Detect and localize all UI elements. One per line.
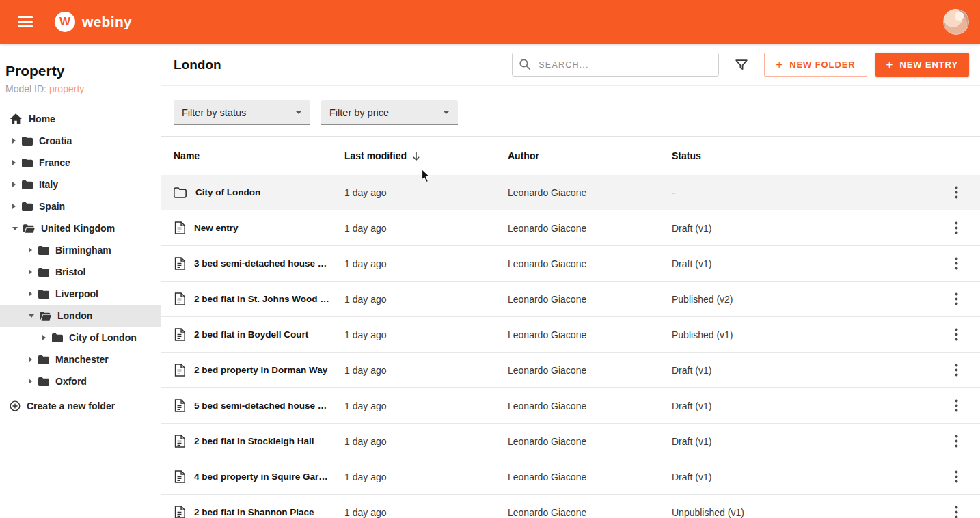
search-icon (519, 58, 531, 73)
row-menu-button[interactable] (948, 502, 965, 518)
plus-circle-icon (10, 400, 21, 411)
search-box[interactable] (512, 53, 719, 77)
sidebar-folder-oxford[interactable]: Oxford (0, 370, 161, 392)
author-cell: Leonardo Giacone (508, 329, 672, 340)
last-modified-cell: 1 day ago (344, 223, 508, 234)
chevron-right-icon[interactable] (29, 357, 32, 362)
folder-icon (52, 333, 63, 342)
author-cell: Leonardo Giacone (508, 258, 672, 269)
status-cell: - (672, 187, 932, 198)
sidebar-folder-bristol[interactable]: Bristol (0, 261, 161, 283)
row-menu-button[interactable] (948, 324, 965, 345)
table-body: City of London1 day agoLeonardo Giacone-… (161, 175, 980, 518)
sidebar-folder-spain[interactable]: Spain (0, 195, 161, 217)
table-row-entry[interactable]: 2 bed flat in Boydell Court1 day agoLeon… (161, 317, 980, 353)
row-menu-button[interactable] (948, 431, 965, 452)
sidebar-folder-city-of-london[interactable]: City of London (0, 327, 161, 349)
chevron-down-icon[interactable] (29, 314, 34, 318)
chevron-right-icon[interactable] (29, 247, 32, 253)
sidebar-folder-liverpool[interactable]: Liverpool (0, 283, 161, 305)
status-cell: Published (v1) (672, 329, 932, 340)
row-menu-button[interactable] (948, 253, 965, 274)
name-cell: 2 bed property in Dorman Way (174, 364, 344, 377)
folder-tree-items: CroatiaFranceItalySpainUnited KingdomBir… (0, 130, 161, 392)
row-menu-button[interactable] (948, 466, 965, 487)
entry-name: 3 bed semi-detached house … (194, 258, 327, 269)
filter-by-status-select[interactable]: Filter by status (174, 100, 310, 125)
table-row-entry[interactable]: 3 bed semi-detached house …1 day agoLeon… (161, 246, 980, 282)
table-row-entry[interactable]: 5 bed semi-detached house …1 day agoLeon… (161, 388, 980, 424)
home-icon (10, 113, 22, 124)
folder-label: London (57, 310, 92, 321)
row-menu-button[interactable] (948, 359, 965, 381)
sidebar-folder-france[interactable]: France (0, 152, 161, 174)
folder-icon (38, 290, 49, 299)
chevron-down-icon[interactable] (12, 227, 18, 230)
sidebar-folder-italy[interactable]: Italy (0, 174, 161, 195)
name-cell: 4 bed property in Squire Gar… (174, 470, 344, 483)
status-cell: Published (v2) (672, 294, 932, 305)
row-menu-button[interactable] (948, 217, 965, 238)
folder-label: Birmingham (55, 245, 111, 256)
entry-name: 2 bed property in Dorman Way (194, 365, 327, 375)
chevron-right-icon[interactable] (12, 204, 16, 209)
folder-label: Bristol (55, 267, 85, 277)
chevron-right-icon[interactable] (29, 269, 32, 275)
folder-label: Liverpool (55, 288, 98, 299)
plus-icon: + (776, 59, 783, 70)
filter-by-price-select[interactable]: Filter by price (321, 100, 458, 125)
sidebar-item-home[interactable]: Home (0, 108, 161, 130)
chevron-right-icon[interactable] (12, 138, 16, 144)
row-menu-button[interactable] (948, 288, 965, 310)
column-last-modified[interactable]: Last modified (344, 150, 508, 161)
column-status[interactable]: Status (672, 150, 932, 161)
name-cell: 2 bed flat in Boydell Court (174, 328, 344, 341)
table-row-entry[interactable]: New entry1 day agoLeonardo GiaconeDraft … (161, 210, 980, 246)
app-shell: Property Model ID:property Home CroatiaF… (0, 44, 980, 518)
actions-cell (932, 217, 980, 238)
chevron-down-icon (295, 111, 302, 114)
last-modified-cell: 1 day ago (344, 294, 508, 305)
table-row-entry[interactable]: 2 bed flat in St. Johns Wood …1 day agoL… (161, 282, 980, 317)
document-icon (174, 435, 185, 448)
folder-icon (22, 202, 33, 211)
column-author[interactable]: Author (508, 150, 672, 161)
create-folder-button[interactable]: Create a new folder (0, 395, 161, 417)
search-input[interactable] (512, 53, 719, 77)
actions-cell (932, 431, 980, 452)
row-menu-button[interactable] (948, 395, 965, 416)
column-name[interactable]: Name (174, 150, 344, 161)
sidebar-folder-croatia[interactable]: Croatia (0, 130, 161, 152)
model-id-value[interactable]: property (49, 83, 84, 94)
user-avatar[interactable] (943, 9, 969, 35)
last-modified-cell: 1 day ago (344, 400, 508, 411)
chevron-right-icon[interactable] (29, 379, 32, 384)
table-row-entry[interactable]: 2 bed flat in Stockleigh Hall1 day agoLe… (161, 424, 980, 459)
folder-label: Oxford (55, 376, 87, 387)
chevron-right-icon[interactable] (12, 182, 16, 187)
sidebar-folder-united-kingdom[interactable]: United Kingdom (0, 217, 161, 239)
menu-icon[interactable] (18, 16, 38, 27)
sidebar-folder-london[interactable]: London (0, 305, 161, 327)
new-entry-button[interactable]: + NEW ENTRY (875, 53, 969, 77)
row-menu-button[interactable] (948, 182, 965, 203)
table-row-entry[interactable]: 2 bed property in Dorman Way1 day agoLeo… (161, 353, 980, 388)
chevron-right-icon[interactable] (29, 291, 32, 297)
sidebar-folder-manchester[interactable]: Manchester (0, 349, 161, 370)
filter-icon-button[interactable] (731, 55, 752, 75)
folder-icon (38, 355, 49, 364)
author-cell: Leonardo Giacone (508, 400, 672, 411)
sidebar-folder-birmingham[interactable]: Birmingham (0, 239, 161, 261)
chevron-right-icon[interactable] (12, 160, 16, 165)
table-row-entry[interactable]: 4 bed property in Squire Gar…1 day agoLe… (161, 459, 980, 495)
folder-icon (22, 180, 33, 189)
table-row-folder[interactable]: City of London1 day agoLeonardo Giacone- (161, 175, 980, 210)
last-modified-cell: 1 day ago (344, 436, 508, 447)
model-id: Model ID:property (5, 83, 155, 94)
new-folder-button[interactable]: + NEW FOLDER (764, 53, 867, 77)
chevron-right-icon[interactable] (42, 335, 46, 340)
webiny-logo[interactable]: W webiny (55, 12, 132, 32)
topbar: W webiny (0, 0, 980, 44)
model-title: Property (5, 63, 155, 79)
table-row-entry[interactable]: 2 bed flat in Shannon Place1 day agoLeon… (161, 495, 980, 518)
